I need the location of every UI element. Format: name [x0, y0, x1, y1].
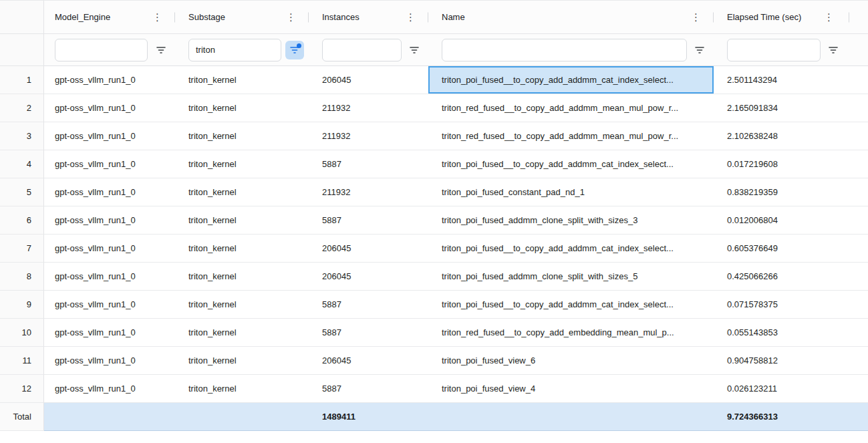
cell-name[interactable]: triton_poi_fused__to_copy_add_addmm_cat_… — [428, 291, 714, 319]
cell-substage[interactable]: triton_kernel — [175, 375, 309, 403]
cell-substage[interactable]: triton_kernel — [175, 206, 309, 235]
cell-instances[interactable]: 206045 — [309, 347, 428, 375]
cell-instances[interactable]: 211932 — [309, 178, 428, 206]
column-header-substage[interactable]: Substage ⋮ — [175, 1, 309, 34]
cell-elapsed-time[interactable]: 0.055143853 — [714, 319, 868, 347]
cell-instances[interactable]: 5887 — [309, 319, 428, 347]
cell-elapsed-time[interactable]: 0.026123211 — [714, 375, 868, 403]
cell-substage[interactable]: triton_kernel — [175, 150, 309, 178]
column-menu-icon[interactable]: ⋮ — [283, 9, 299, 25]
filter-input-name[interactable] — [442, 39, 687, 61]
column-menu-icon[interactable]: ⋮ — [149, 9, 166, 25]
table-row: 11 gpt-oss_vllm_run1_0 triton_kernel 206… — [0, 347, 868, 375]
cell-substage[interactable]: triton_kernel — [175, 66, 309, 94]
cell-substage[interactable]: triton_kernel — [175, 122, 309, 150]
cell-name[interactable]: triton_poi_fused__to_copy_add_addmm_cat_… — [428, 235, 714, 263]
cell-name[interactable]: triton_poi_fused_addmm_clone_split_with_… — [428, 206, 714, 235]
table-row: 4 gpt-oss_vllm_run1_0 triton_kernel 5887… — [0, 150, 868, 178]
column-header-instances[interactable]: Instances ⋮ — [309, 1, 428, 34]
cell-instances[interactable]: 5887 — [309, 291, 428, 319]
table-row: 7 gpt-oss_vllm_run1_0 triton_kernel 2060… — [0, 235, 868, 263]
cell-elapsed-time[interactable]: 0.017219608 — [714, 150, 868, 178]
filter-corner — [0, 34, 44, 66]
column-label: Instances — [322, 12, 359, 22]
cell-instances[interactable]: 5887 — [309, 206, 428, 235]
cell-name[interactable]: triton_red_fused__to_copy_add_embedding_… — [428, 319, 714, 347]
cell-instances[interactable]: 211932 — [309, 94, 428, 122]
column-menu-icon[interactable]: ⋮ — [402, 9, 419, 25]
cell-name[interactable]: triton_poi_fused_view_4 — [428, 375, 714, 403]
cell-elapsed-time[interactable]: 0.904758812 — [714, 347, 868, 375]
cell-substage[interactable]: triton_kernel — [175, 235, 309, 263]
cell-instances[interactable]: 5887 — [309, 375, 428, 403]
cell-name[interactable]: triton_poi_fused__to_copy_add_addmm_cat_… — [428, 150, 714, 178]
total-cell-model-engine — [44, 403, 175, 431]
filter-input-elapsed-time[interactable] — [727, 39, 821, 61]
filter-cell-name — [428, 34, 714, 66]
column-label: Elapsed Time (sec) — [727, 12, 801, 22]
cell-elapsed-time[interactable]: 2.501143294 — [714, 66, 868, 94]
total-cell-name — [428, 403, 714, 431]
filter-cell-model-engine — [44, 34, 175, 66]
cell-substage[interactable]: triton_kernel — [175, 347, 309, 375]
cell-name[interactable]: triton_poi_fused_addmm_clone_split_with_… — [428, 263, 714, 291]
cell-substage[interactable]: triton_kernel — [175, 291, 309, 319]
cell-instances[interactable]: 206045 — [309, 66, 428, 94]
cell-elapsed-time[interactable]: 0.605376649 — [714, 235, 868, 263]
cell-name[interactable]: triton_poi_fused_constant_pad_nd_1 — [428, 178, 714, 206]
cell-model-engine[interactable]: gpt-oss_vllm_run1_0 — [44, 206, 175, 235]
cell-substage[interactable]: triton_kernel — [175, 94, 309, 122]
cell-elapsed-time[interactable]: 0.071578375 — [714, 291, 868, 319]
row-number: 11 — [0, 347, 44, 375]
column-menu-icon[interactable]: ⋮ — [821, 9, 837, 25]
cell-model-engine[interactable]: gpt-oss_vllm_run1_0 — [44, 291, 175, 319]
filter-input-model-engine[interactable] — [55, 39, 148, 61]
cell-model-engine[interactable]: gpt-oss_vllm_run1_0 — [44, 66, 175, 94]
column-header-model-engine[interactable]: Model_Engine ⋮ — [44, 1, 175, 34]
cell-substage[interactable]: triton_kernel — [175, 263, 309, 291]
row-number: 2 — [0, 94, 44, 122]
filter-input-instances[interactable] — [322, 39, 402, 61]
cell-name[interactable]: triton_red_fused__to_copy_add_addmm_mean… — [428, 94, 714, 122]
cell-model-engine[interactable]: gpt-oss_vllm_run1_0 — [44, 178, 175, 206]
cell-model-engine[interactable]: gpt-oss_vllm_run1_0 — [44, 94, 175, 122]
total-label: Total — [0, 403, 44, 431]
column-header-name[interactable]: Name ⋮ — [428, 1, 714, 34]
cell-instances[interactable]: 211932 — [309, 122, 428, 150]
cell-elapsed-time[interactable]: 2.165091834 — [714, 94, 868, 122]
cell-model-engine[interactable]: gpt-oss_vllm_run1_0 — [44, 319, 175, 347]
column-menu-icon[interactable]: ⋮ — [688, 9, 704, 25]
cell-substage[interactable]: triton_kernel — [175, 178, 309, 206]
cell-elapsed-time[interactable]: 0.838219359 — [714, 178, 868, 206]
cell-instances[interactable]: 206045 — [309, 235, 428, 263]
cell-model-engine[interactable]: gpt-oss_vllm_run1_0 — [44, 375, 175, 403]
cell-substage[interactable]: triton_kernel — [175, 319, 309, 347]
filter-input-substage[interactable] — [188, 39, 281, 61]
column-label: Model_Engine — [55, 12, 110, 22]
cell-model-engine[interactable]: gpt-oss_vllm_run1_0 — [44, 150, 175, 178]
cell-elapsed-time[interactable]: 0.012006804 — [714, 206, 868, 235]
cell-name[interactable]: triton_red_fused__to_copy_add_addmm_mean… — [428, 122, 714, 150]
row-number: 5 — [0, 178, 44, 206]
cell-model-engine[interactable]: gpt-oss_vllm_run1_0 — [44, 122, 175, 150]
cell-model-engine[interactable]: gpt-oss_vllm_run1_0 — [44, 235, 175, 263]
cell-instances[interactable]: 206045 — [309, 263, 428, 291]
cell-model-engine[interactable]: gpt-oss_vllm_run1_0 — [44, 347, 175, 375]
data-grid: Model_Engine ⋮ Substage ⋮ Instances ⋮ Na… — [0, 0, 868, 431]
cell-model-engine[interactable]: gpt-oss_vllm_run1_0 — [44, 263, 175, 291]
filter-icon[interactable] — [152, 41, 170, 59]
column-label: Substage — [188, 12, 225, 22]
cell-elapsed-time[interactable]: 2.102638248 — [714, 122, 868, 150]
cell-name[interactable]: triton_poi_fused_view_6 — [428, 347, 714, 375]
cell-instances[interactable]: 5887 — [309, 150, 428, 178]
filter-icon[interactable] — [824, 41, 843, 59]
column-header-elapsed-time[interactable]: Elapsed Time (sec) ⋮ — [714, 1, 868, 34]
total-instances: 1489411 — [309, 403, 428, 431]
header-row: Model_Engine ⋮ Substage ⋮ Instances ⋮ Na… — [0, 1, 868, 34]
filter-icon[interactable] — [405, 41, 424, 59]
cell-elapsed-time[interactable]: 0.425066266 — [714, 263, 868, 291]
row-number: 10 — [0, 319, 44, 347]
cell-name[interactable]: triton_poi_fused__to_copy_add_addmm_cat_… — [428, 66, 714, 94]
filter-icon[interactable] — [690, 41, 709, 59]
filter-icon-active[interactable] — [285, 41, 304, 59]
